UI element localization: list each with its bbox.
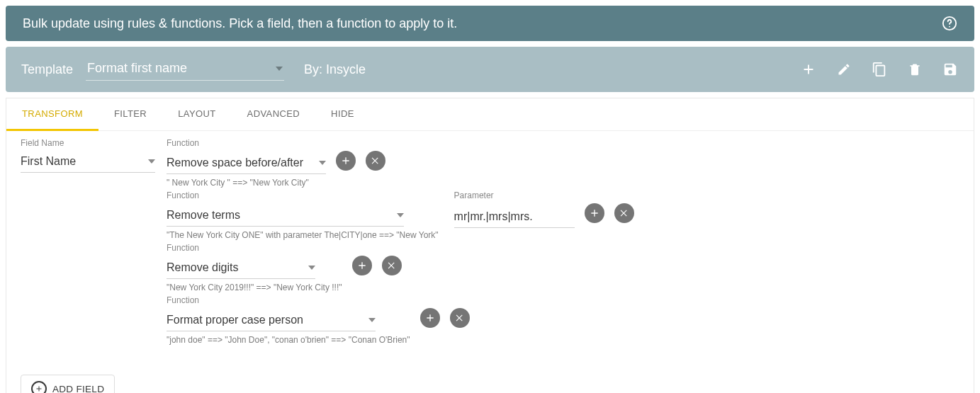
chevron-down-icon <box>397 213 404 217</box>
function-select-2[interactable]: Remove terms <box>167 206 404 227</box>
save-template-button[interactable] <box>942 61 959 78</box>
template-select-value: Format first name <box>87 61 276 76</box>
remove-function-button[interactable] <box>450 308 470 328</box>
template-select[interactable]: Format first name <box>86 58 284 81</box>
tab-transform[interactable]: TRANSFORM <box>6 98 98 131</box>
function-example-3: "New York City 2019!!!" ==> "New York Ci… <box>167 283 342 292</box>
add-function-button[interactable] <box>336 151 356 171</box>
delete-template-button[interactable] <box>906 61 923 78</box>
function-example-2: "The New York City ONE" with parameter T… <box>167 230 439 240</box>
tab-layout[interactable]: LAYOUT <box>162 98 231 130</box>
template-label: Template <box>21 62 73 77</box>
function-select-3[interactable]: Remove digits <box>167 258 315 279</box>
tabs: TRANSFORM FILTER LAYOUT ADVANCED HIDE <box>6 98 974 131</box>
copy-template-button[interactable] <box>871 61 888 78</box>
template-author: By: Insycle <box>304 62 366 77</box>
tab-filter[interactable]: FILTER <box>98 98 162 130</box>
function-value-3: Remove digits <box>167 261 308 274</box>
add-field-label: ADD FIELD <box>52 384 104 394</box>
help-icon[interactable] <box>942 16 957 31</box>
add-function-button[interactable] <box>352 256 372 275</box>
function-example-4: "john doe" ==> "John Doe", "conan o'brie… <box>167 335 410 345</box>
function-value-1: Remove space before/after <box>167 156 319 169</box>
config-panel: TRANSFORM FILTER LAYOUT ADVANCED HIDE Fi… <box>6 98 974 393</box>
function-value-2: Remove terms <box>167 209 397 222</box>
remove-function-button[interactable] <box>382 256 402 275</box>
function-example-1: " New York City " ==> "New York City" <box>167 178 326 188</box>
banner-text: Bulk update using rules & functions. Pic… <box>23 16 457 31</box>
parameter-input[interactable] <box>454 207 575 228</box>
remove-function-button[interactable] <box>366 151 385 171</box>
plus-circle-icon <box>31 381 47 393</box>
chevron-down-icon <box>276 67 283 71</box>
function-value-4: Format proper case person <box>167 314 368 326</box>
template-toolbar: Template Format first name By: Insycle <box>6 47 974 92</box>
function-select-1[interactable]: Remove space before/after <box>167 154 326 174</box>
info-banner: Bulk update using rules & functions. Pic… <box>6 6 974 41</box>
parameter-label: Parameter <box>454 190 575 200</box>
function-label: Function <box>167 295 410 305</box>
chevron-down-icon <box>368 318 376 322</box>
tab-hide[interactable]: HIDE <box>315 98 370 130</box>
function-label: Function <box>167 243 342 253</box>
chevron-down-icon <box>148 159 155 164</box>
add-template-button[interactable] <box>800 61 817 78</box>
chevron-down-icon <box>308 266 315 270</box>
field-name-value: First Name <box>21 155 148 168</box>
add-function-button[interactable] <box>585 203 604 223</box>
add-field-button[interactable]: ADD FIELD <box>21 375 115 393</box>
function-select-4[interactable]: Format proper case person <box>167 311 376 331</box>
add-function-button[interactable] <box>420 308 440 328</box>
function-label: Function <box>167 190 439 200</box>
chevron-down-icon <box>319 161 326 165</box>
field-name-label: Field Name <box>21 138 162 148</box>
field-name-select[interactable]: First Name <box>21 152 155 173</box>
tab-advanced[interactable]: ADVANCED <box>232 98 315 130</box>
edit-template-button[interactable] <box>835 61 852 78</box>
svg-point-1 <box>949 26 950 28</box>
function-label: Function <box>167 138 326 148</box>
remove-function-button[interactable] <box>614 203 634 223</box>
